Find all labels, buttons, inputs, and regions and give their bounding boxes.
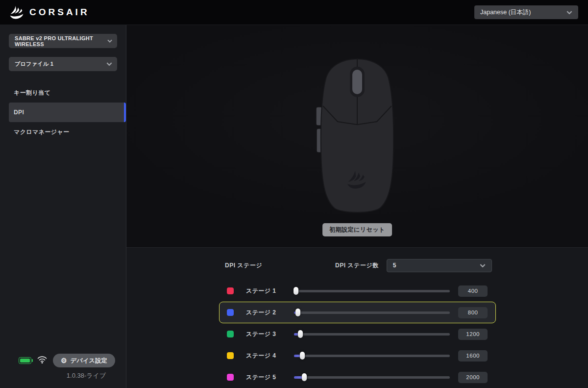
slider-handle[interactable] [302,373,307,381]
dpi-value-box[interactable]: 400 [458,285,488,297]
chevron-down-icon [106,62,112,66]
dpi-value-box[interactable]: 1600 [458,350,488,362]
dpi-stage-row: ステージ 52000 [219,366,496,388]
top-bar: CORSAIR Japanese (日本語) [0,0,588,25]
dpi-panel: DPI ステージ DPI ステージ数 5 ステージ 1400ステージ 2800ス… [126,247,588,388]
chevron-down-icon [566,11,572,14]
wifi-icon [37,356,47,366]
sidebar-item-label: DPI [14,109,24,116]
firmware-version: 1.0.38-ライブ [49,371,123,380]
stage-color-swatch [227,287,234,294]
slider-handle[interactable] [298,330,303,338]
dpi-slider[interactable] [294,309,450,316]
device-selector-value: SABRE v2 PRO ULTRALIGHT WIRELESS [15,35,107,47]
brand-logo: CORSAIR [9,5,90,20]
dpi-stages-title: DPI ステージ [225,261,335,270]
slider-track [294,311,450,314]
sidebar-menu: キー割り当てDPIマクロマネージャー [0,83,126,142]
mouse-image [316,58,399,215]
battery-full-icon [19,357,31,364]
stage-label: ステージ 3 [246,330,294,338]
gear-icon: ⚙ [61,357,67,364]
slider-track [294,376,450,379]
device-settings-button[interactable]: ⚙ デバイス設定 [53,354,115,367]
stage-label: ステージ 5 [246,373,294,382]
main-content: 初期設定にリセット DPI ステージ DPI ステージ数 5 ステージ 1400… [126,25,588,388]
chevron-down-icon [480,264,486,267]
sidebar-item-key-assignments[interactable]: キー割り当て [0,83,126,103]
brand-wordmark: CORSAIR [29,7,90,18]
dpi-stage-row: ステージ 1400 [219,280,496,302]
sidebar-footer: ⚙ デバイス設定 1.0.38-ライブ [0,354,126,380]
slider-handle[interactable] [294,287,298,295]
dpi-slider[interactable] [294,330,450,338]
dpi-stage-row: ステージ 31200 [219,323,496,345]
language-selector[interactable]: Japanese (日本語) [474,5,578,19]
dpi-stage-count-value: 5 [393,262,396,269]
stage-label: ステージ 4 [246,352,294,360]
device-settings-label: デバイス設定 [71,357,107,365]
sidebar: SABRE v2 PRO ULTRALIGHT WIRELESS プロファイル … [0,25,126,388]
sidebar-item-label: マクロマネージャー [14,128,70,136]
device-preview: 初期設定にリセット [126,25,588,247]
dpi-stage-count-label: DPI ステージ数 [335,261,379,270]
profile-selector[interactable]: プロファイル 1 [9,57,117,71]
stage-color-swatch [227,352,234,359]
sidebar-item-dpi[interactable]: DPI [9,103,126,122]
chevron-down-icon [107,39,112,43]
language-selector-value: Japanese (日本語) [480,8,531,17]
dpi-stage-row: ステージ 41600 [219,345,496,366]
reset-to-default-button[interactable]: 初期設定にリセット [322,223,392,236]
dpi-stage-row: ステージ 2800 [219,302,496,323]
profile-selector-value: プロファイル 1 [15,60,53,68]
slider-track [294,290,450,292]
dpi-stage-list: ステージ 1400ステージ 2800ステージ 31200ステージ 41600ステ… [126,280,588,388]
dpi-value-box[interactable]: 800 [458,307,488,318]
dpi-value-box[interactable]: 1200 [458,329,488,340]
slider-handle[interactable] [300,352,305,360]
stage-color-swatch [227,374,234,381]
stage-color-swatch [227,309,234,316]
slider-track [294,355,450,357]
stage-label: ステージ 2 [246,309,294,317]
dpi-slider[interactable] [294,373,450,381]
dpi-slider[interactable] [294,287,450,295]
dpi-stage-count-select[interactable]: 5 [387,259,492,272]
dpi-slider[interactable] [294,352,450,360]
corsair-sails-icon [9,5,25,20]
sidebar-item-macro-manager[interactable]: マクロマネージャー [0,122,126,142]
slider-handle[interactable] [295,309,300,316]
stage-label: ステージ 1 [246,287,294,295]
device-selector[interactable]: SABRE v2 PRO ULTRALIGHT WIRELESS [9,34,117,48]
stage-color-swatch [227,331,234,337]
slider-track [294,333,450,336]
dpi-value-box[interactable]: 2000 [458,372,488,383]
sidebar-item-label: キー割り当て [14,89,50,97]
